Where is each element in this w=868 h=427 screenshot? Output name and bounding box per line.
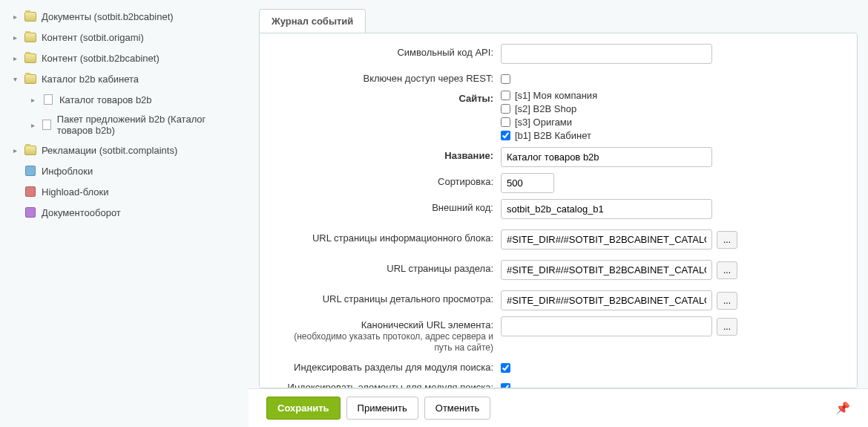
row-canonical: Канонический URL элемента: (необходимо у… bbox=[274, 316, 842, 353]
sidebar-label: Каталог товаров b2b bbox=[59, 94, 152, 105]
sidebar-item-workflow[interactable]: Документооборот bbox=[0, 202, 249, 223]
label-xml-id: Внешний код: bbox=[274, 199, 501, 213]
row-url-info: URL страницы информационного блока: ... bbox=[274, 229, 842, 250]
sidebar-item-documents[interactable]: ▸ Документы (sotbit.b2bcabinet) bbox=[0, 6, 249, 27]
label-api-code: Символьный код API: bbox=[274, 44, 501, 58]
save-button[interactable]: Сохранить bbox=[266, 397, 341, 420]
url-section-browse-button[interactable]: ... bbox=[717, 261, 737, 279]
folder-icon bbox=[24, 143, 37, 157]
apply-button[interactable]: Применить bbox=[346, 397, 418, 420]
row-index-elements: Индексировать элементы для модуля поиска… bbox=[274, 379, 842, 388]
folder-icon bbox=[24, 72, 37, 85]
arrow-icon: ▸ bbox=[13, 146, 21, 154]
pin-icon[interactable]: 📌 bbox=[835, 401, 850, 415]
sidebar-item-content-origami[interactable]: ▸ Контент (sotbit.origami) bbox=[0, 27, 249, 48]
checkbox-s1[interactable] bbox=[501, 91, 510, 100]
row-sites: Сайты: [s1] Моя компания [s2] B2B Shop [… bbox=[274, 90, 842, 141]
sidebar-label: Документы (sotbit.b2bcabinet) bbox=[42, 11, 174, 22]
sidebar-label: Пакет предложений b2b (Каталог товаров b… bbox=[57, 114, 243, 136]
site-option-s3[interactable]: [s3] Оригами bbox=[501, 117, 842, 128]
input-url-detail[interactable] bbox=[501, 290, 712, 310]
sidebar-label: Контент (sotbit.b2bcabinet) bbox=[42, 53, 160, 64]
sidebar-item-catalog-b2b[interactable]: ▾ Каталог b2b кабинета bbox=[0, 68, 249, 89]
url-info-browse-button[interactable]: ... bbox=[717, 231, 737, 249]
red-icon bbox=[24, 185, 37, 198]
label-url-detail: URL страницы детального просмотра: bbox=[274, 290, 501, 304]
arrow-icon: ▸ bbox=[13, 13, 21, 21]
input-url-info[interactable] bbox=[501, 229, 712, 250]
row-xml-id: Внешний код: bbox=[274, 199, 842, 219]
row-index-sections: Индексировать разделы для модуля поиска: bbox=[274, 359, 842, 373]
site-option-b1[interactable]: [b1] B2B Кабинет bbox=[501, 130, 842, 141]
checkbox-rest[interactable] bbox=[501, 74, 510, 84]
row-url-section: URL страницы раздела: ... bbox=[274, 260, 842, 280]
arrow-icon: ▸ bbox=[31, 96, 39, 104]
sidebar-label: Контент (sotbit.origami) bbox=[42, 32, 144, 43]
label-sort: Сортировка: bbox=[274, 173, 501, 187]
row-url-detail: URL страницы детального просмотра: ... bbox=[274, 290, 842, 310]
arrow-icon: ▸ bbox=[13, 33, 21, 42]
footer-bar: Сохранить Применить Отменить 📌 bbox=[249, 388, 868, 427]
label-name: Название: bbox=[274, 147, 501, 161]
label-canonical-sub: (необходимо указать протокол, адрес серв… bbox=[294, 331, 493, 353]
site-option-s1[interactable]: [s1] Моя компания bbox=[501, 90, 842, 101]
form-panel: Символьный код API: Включен доступ через… bbox=[259, 33, 858, 388]
folder-icon bbox=[24, 51, 37, 65]
input-name[interactable] bbox=[501, 147, 712, 167]
arrow-icon: ▸ bbox=[31, 121, 38, 129]
main-area: Журнал событий Символьный код API: Включ… bbox=[249, 0, 868, 427]
canonical-browse-button[interactable]: ... bbox=[717, 318, 737, 336]
label-index-elements: Индексировать элементы для модуля поиска… bbox=[274, 379, 501, 388]
page-icon bbox=[42, 93, 55, 106]
sidebar-label: Highload-блоки bbox=[42, 186, 108, 198]
sidebar-item-content-b2b[interactable]: ▸ Контент (sotbit.b2bcabinet) bbox=[0, 48, 249, 68]
label-url-section: URL страницы раздела: bbox=[274, 260, 501, 274]
sidebar-label: Рекламации (sotbit.complaints) bbox=[42, 145, 177, 156]
label-url-info: URL страницы информационного блока: bbox=[274, 229, 501, 244]
purple-icon bbox=[24, 206, 37, 219]
input-sort[interactable] bbox=[501, 173, 554, 193]
sidebar-label: Каталог b2b кабинета bbox=[42, 74, 139, 85]
label-index-sections: Индексировать разделы для модуля поиска: bbox=[274, 359, 501, 373]
checkbox-b1[interactable] bbox=[501, 131, 510, 140]
input-canonical[interactable] bbox=[501, 316, 712, 336]
label-sites: Сайты: bbox=[274, 90, 501, 104]
input-xml-id[interactable] bbox=[501, 199, 712, 219]
label-rest: Включен доступ через REST: bbox=[274, 70, 501, 84]
blue-icon bbox=[24, 164, 37, 177]
checkbox-index-elements[interactable] bbox=[501, 383, 510, 388]
sidebar-item-highload[interactable]: Highload-блоки bbox=[0, 181, 249, 202]
label-canonical: Канонический URL элемента: (необходимо у… bbox=[274, 316, 501, 353]
checkbox-index-sections[interactable] bbox=[501, 363, 510, 373]
url-detail-browse-button[interactable]: ... bbox=[717, 292, 737, 310]
row-rest: Включен доступ через REST: bbox=[274, 70, 842, 84]
row-api-code: Символьный код API: bbox=[274, 44, 842, 64]
sidebar-label: Инфоблоки bbox=[42, 166, 93, 177]
sidebar-item-infoblocks[interactable]: Инфоблоки bbox=[0, 160, 249, 181]
checkbox-s3[interactable] bbox=[501, 117, 510, 127]
input-api-code[interactable] bbox=[501, 44, 712, 64]
tabbar: Журнал событий bbox=[249, 0, 868, 33]
folder-icon bbox=[24, 30, 37, 44]
row-name: Название: bbox=[274, 147, 842, 167]
input-url-section[interactable] bbox=[501, 260, 712, 280]
site-option-s2[interactable]: [s2] B2B Shop bbox=[501, 103, 842, 114]
folder-icon bbox=[24, 10, 37, 23]
sidebar-item-offers[interactable]: ▸ Пакет предложений b2b (Каталог товаров… bbox=[0, 110, 249, 140]
arrow-icon: ▸ bbox=[13, 54, 21, 62]
page-icon bbox=[41, 118, 53, 131]
sidebar-label: Документооборот bbox=[42, 207, 121, 218]
sidebar: ▸ Документы (sotbit.b2bcabinet) ▸ Контен… bbox=[0, 0, 249, 427]
sidebar-item-catalog-products[interactable]: ▸ Каталог товаров b2b bbox=[0, 89, 249, 110]
row-sort: Сортировка: bbox=[274, 173, 842, 193]
arrow-down-icon: ▾ bbox=[13, 75, 21, 83]
app-root: ▸ Документы (sotbit.b2bcabinet) ▸ Контен… bbox=[0, 0, 868, 427]
cancel-button[interactable]: Отменить bbox=[424, 397, 490, 420]
checkbox-s2[interactable] bbox=[501, 104, 510, 114]
tab-event-log[interactable]: Журнал событий bbox=[259, 9, 366, 33]
sidebar-item-complaints[interactable]: ▸ Рекламации (sotbit.complaints) bbox=[0, 140, 249, 160]
